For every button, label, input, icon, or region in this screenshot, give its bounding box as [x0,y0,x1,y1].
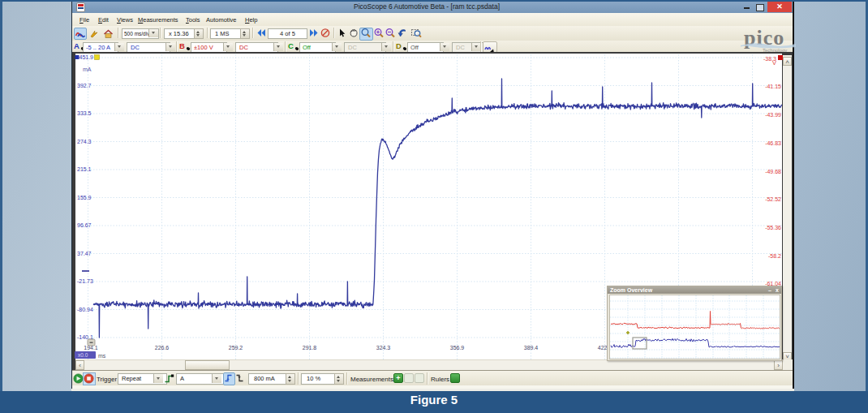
svg-text:274.3: 274.3 [77,139,92,144]
svg-text:-58.2: -58.2 [768,253,781,259]
svg-text:-55.36: -55.36 [765,225,781,230]
svg-text:324.3: 324.3 [376,345,391,351]
svg-text:37.47: 37.47 [77,251,92,256]
svg-text:291.8: 291.8 [303,345,317,351]
svg-text:ms: ms [98,353,106,359]
svg-text:333.5: 333.5 [77,110,92,116]
svg-text:-21.73: -21.73 [77,278,93,284]
svg-text:-52.52: -52.52 [765,196,781,202]
svg-text:mA: mA [83,67,92,72]
svg-text:259.2: 259.2 [229,345,243,351]
svg-text:96.67: 96.67 [77,222,92,228]
svg-text:-41.15: -41.15 [765,84,781,89]
svg-text:x0.0: x0.0 [78,352,88,358]
svg-text:-43.99: -43.99 [765,112,781,118]
svg-text:389.4: 389.4 [524,345,539,351]
svg-text:451.9: 451.9 [79,54,94,60]
svg-text:356.9: 356.9 [450,345,465,351]
svg-text:-49.68: -49.68 [765,169,781,174]
svg-text:392.7: 392.7 [77,83,92,88]
svg-text:226.6: 226.6 [155,345,170,351]
svg-text:-80.94: -80.94 [77,307,93,312]
svg-text:V: V [772,59,776,67]
svg-text:-46.83: -46.83 [765,140,781,146]
svg-text:155.9: 155.9 [77,195,92,200]
svg-text:215.1: 215.1 [77,166,92,172]
